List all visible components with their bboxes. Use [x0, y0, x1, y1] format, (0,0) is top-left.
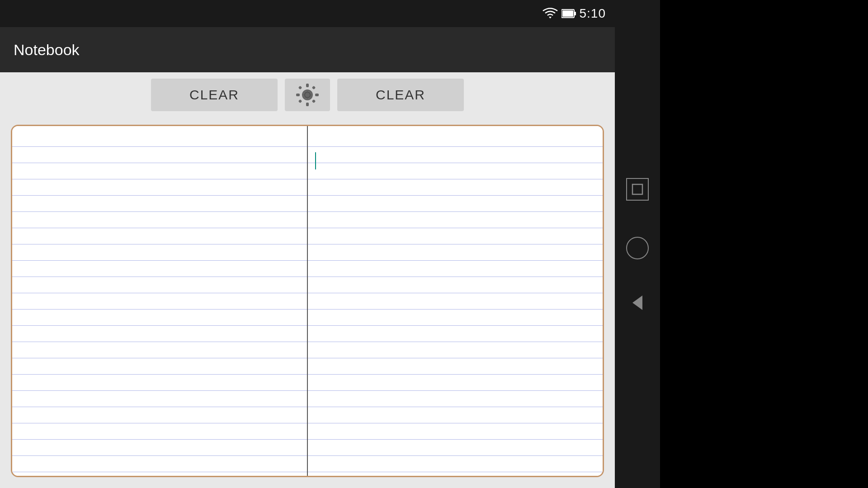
- svg-rect-14: [632, 184, 642, 194]
- notebook-area: [0, 117, 615, 488]
- notebook: [11, 125, 604, 477]
- clear-left-button[interactable]: CLEAR: [151, 79, 278, 111]
- clear-right-button[interactable]: CLEAR: [337, 79, 464, 111]
- svg-rect-3: [562, 10, 573, 17]
- settings-button[interactable]: [285, 79, 330, 111]
- square-nav-button[interactable]: [626, 178, 649, 201]
- svg-rect-7: [306, 103, 309, 106]
- notebook-right-page[interactable]: [308, 126, 603, 476]
- svg-point-5: [305, 93, 310, 97]
- svg-rect-8: [296, 94, 300, 96]
- toolbar: CLEAR CLEAR: [0, 72, 615, 117]
- svg-rect-2: [574, 12, 576, 15]
- wifi-icon: [542, 8, 558, 19]
- square-icon: [631, 183, 644, 196]
- svg-rect-12: [298, 99, 302, 103]
- text-cursor: [315, 152, 316, 169]
- back-nav-button[interactable]: [632, 296, 642, 310]
- svg-marker-0: [549, 17, 552, 19]
- main-screen: 5:10 Notebook CLEAR: [0, 0, 615, 488]
- svg-rect-10: [298, 86, 302, 89]
- svg-rect-9: [315, 94, 319, 96]
- battery-icon: [561, 9, 576, 19]
- nav-buttons: [615, 0, 660, 488]
- status-bar: 5:10: [0, 0, 615, 27]
- svg-rect-11: [312, 86, 316, 89]
- circle-nav-button[interactable]: [626, 237, 649, 259]
- gear-icon: [296, 83, 319, 107]
- app-bar: Notebook: [0, 27, 615, 72]
- app-title: Notebook: [14, 41, 80, 59]
- status-icons: 5:10: [542, 6, 606, 21]
- right-edge: [660, 0, 868, 488]
- notebook-left-page[interactable]: [12, 126, 307, 476]
- svg-rect-6: [306, 84, 309, 87]
- svg-rect-13: [312, 99, 316, 103]
- time-display: 5:10: [580, 6, 606, 21]
